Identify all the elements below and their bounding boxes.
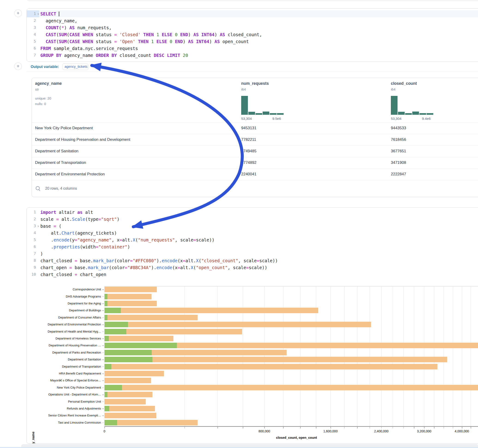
- x-axis-tick: [471, 427, 471, 428]
- code-line[interactable]: 1import altair as alt: [27, 209, 478, 216]
- bar-closed-count[interactable]: [104, 322, 371, 327]
- code-line[interactable]: 3 COUNT(*) AS num_requests,: [27, 24, 478, 31]
- code-line[interactable]: 2 agency_name,: [27, 17, 478, 24]
- y-axis-tick: [102, 304, 104, 304]
- result-table[interactable]: agency_namestrunique: 20nulls: 0num_requ…: [31, 78, 478, 197]
- bar-closed-count[interactable]: [104, 315, 198, 320]
- code-line[interactable]: 5 CAST(SUM(CASE WHEN status = 'Open' THE…: [27, 38, 478, 45]
- bar-closed-count[interactable]: [104, 364, 437, 369]
- y-axis-label: Department of Parks and Recreation: [28, 351, 101, 354]
- bar-open-count[interactable]: [104, 343, 177, 348]
- code-line[interactable]: 7GROUP BY agency_name ORDER BY closed_co…: [27, 52, 478, 59]
- x-axis-tick: [264, 427, 265, 428]
- output-variable-pill[interactable]: agency_tickets: [63, 63, 88, 70]
- y-axis-tick: [102, 380, 104, 381]
- code-line[interactable]: 4 CAST(SUM(CASE WHEN status = 'Closed' T…: [27, 31, 478, 38]
- code-line[interactable]: 6FROM sample_data.nyc.service_requests: [27, 45, 478, 52]
- bar-closed-count[interactable]: [104, 420, 198, 425]
- bar-open-count[interactable]: [104, 294, 107, 299]
- table-cell: Department of Sanitation: [35, 149, 78, 154]
- code-line[interactable]: 8chart_closed = base.mark_bar(color="#FF…: [27, 257, 478, 264]
- bar-closed-count[interactable]: [104, 385, 478, 390]
- histogram-min-label: 53,304: [241, 117, 252, 120]
- bar-closed-count[interactable]: [104, 357, 447, 362]
- bar-closed-count[interactable]: [104, 399, 146, 404]
- y-axis-label: DHS Advantage Programs: [28, 295, 101, 298]
- bar-closed-count[interactable]: [104, 392, 152, 397]
- bar-closed-count[interactable]: [104, 378, 151, 383]
- column-name: agency_name: [35, 81, 62, 86]
- column-header-closed_count[interactable]: closed_counti64: [391, 81, 417, 91]
- bar-open-count[interactable]: [104, 357, 152, 362]
- table-row[interactable]: New York City Police Department945313194…: [32, 122, 478, 134]
- y-axis-tick: [102, 373, 104, 374]
- code-line[interactable]: 9chart_open = base.mark_bar(color="#8BC3…: [27, 264, 478, 271]
- bar-open-count[interactable]: [104, 385, 122, 390]
- table-row[interactable]: Department of Sanitation37494853677651: [32, 145, 478, 157]
- column-header-num_requests[interactable]: num_requestsi64: [241, 81, 269, 91]
- plus-icon: +: [17, 10, 19, 16]
- bar-open-count[interactable]: [104, 301, 107, 306]
- sql-cell[interactable]: 1∨SELECT 2 agency_name,3 COUNT(*) AS num…: [26, 8, 478, 62]
- column-stat: nulls: 0: [35, 102, 46, 106]
- histogram-bar: [277, 113, 284, 115]
- y-axis-label: Department of Health and Mental Hyg…: [28, 330, 101, 333]
- bar-closed-count[interactable]: [104, 413, 156, 418]
- table-row[interactable]: Department of Environmental Protection22…: [32, 168, 478, 180]
- y-axis-label: Department of Homeless Services: [28, 337, 101, 340]
- sql-code-editor[interactable]: 1∨SELECT 2 agency_name,3 COUNT(*) AS num…: [27, 8, 478, 59]
- code-line[interactable]: 5 .encode(y="agency_name", x=alt.X("num_…: [27, 236, 478, 243]
- code-line[interactable]: 6 .properties(width="container"): [27, 243, 478, 250]
- code-line[interactable]: 7): [27, 250, 478, 257]
- table-footer: 20 rows, 4 columns: [32, 180, 478, 197]
- python-code-editor[interactable]: 1import altair as alt2scale = alt.Scale(…: [27, 208, 478, 278]
- gridline: [434, 286, 434, 426]
- bar-open-count[interactable]: [104, 364, 111, 369]
- search-icon[interactable]: [36, 186, 41, 191]
- x-axis-tick: [104, 427, 105, 428]
- gridline: [462, 286, 462, 426]
- column-name: num_requests: [241, 81, 269, 86]
- table-row[interactable]: Department of Transportation377489234719…: [32, 157, 478, 169]
- x-axis-tick: [453, 427, 453, 428]
- bar-open-count[interactable]: [104, 322, 128, 327]
- table-cell: 9443533: [391, 126, 406, 131]
- table-row[interactable]: Department of Housing Preservation and D…: [32, 134, 478, 146]
- code-text: CAST(SUM(CASE WHEN status = 'Closed' THE…: [39, 31, 262, 38]
- bar-open-count[interactable]: [104, 308, 121, 313]
- x-axis-tick: [184, 427, 185, 428]
- bar-open-count[interactable]: [104, 336, 109, 341]
- y-axis-label: Department for the Aging: [28, 302, 101, 305]
- fold-chevron-icon[interactable]: ∨: [37, 223, 39, 230]
- bar-closed-count[interactable]: [104, 406, 155, 411]
- bar-closed-count[interactable]: [104, 301, 157, 306]
- bar-open-count[interactable]: [104, 420, 117, 425]
- altair-chart: Correspondence UnitDHS Advantage Program…: [27, 286, 478, 443]
- bar-closed-count[interactable]: [104, 336, 173, 341]
- bar-closed-count[interactable]: [104, 287, 157, 292]
- code-line[interactable]: 4 alt.Chart(agency_tickets): [27, 230, 478, 236]
- code-text: .encode(y="agency_name", x=alt.X("num_re…: [39, 236, 214, 243]
- line-number: 7: [27, 52, 39, 59]
- bar-closed-count[interactable]: [104, 308, 318, 313]
- bar-closed-count[interactable]: [104, 294, 151, 299]
- bar-open-count[interactable]: [104, 329, 126, 334]
- bar-open-count[interactable]: [104, 406, 109, 411]
- column-header-agency_name[interactable]: agency_namestr: [35, 81, 62, 91]
- bar-open-count[interactable]: [104, 392, 107, 397]
- code-line[interactable]: 2scale = alt.Scale(type="sqrt"): [27, 216, 478, 223]
- code-line[interactable]: 3∨base = (: [27, 223, 478, 230]
- x-axis-tick-label: 0: [104, 429, 105, 433]
- bar-open-count[interactable]: [104, 315, 107, 320]
- add-cell-button-output[interactable]: +: [14, 62, 22, 70]
- bar-closed-count[interactable]: [104, 371, 164, 376]
- y-axis-tick: [102, 423, 104, 423]
- bar-open-count[interactable]: [104, 350, 152, 355]
- python-cell[interactable]: 1import altair as alt2scale = alt.Scale(…: [26, 207, 478, 444]
- fold-chevron-icon[interactable]: ∨: [37, 11, 39, 18]
- column-histogram: [391, 96, 435, 115]
- gridline: [357, 286, 357, 426]
- add-cell-button-top[interactable]: +: [14, 9, 22, 17]
- code-line[interactable]: 1∨SELECT: [27, 10, 478, 17]
- code-line[interactable]: 10chart_closed + chart_open: [27, 271, 478, 278]
